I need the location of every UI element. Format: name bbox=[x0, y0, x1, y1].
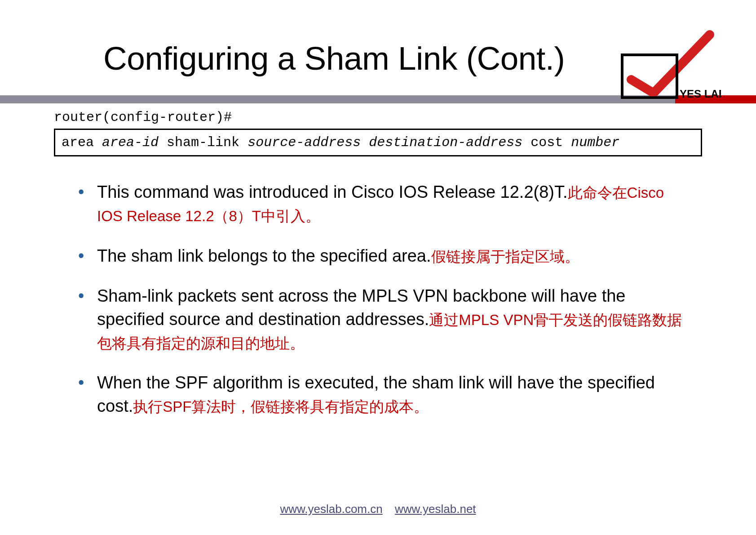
footer: www.yeslab.com.cn www.yeslab.net bbox=[0, 502, 756, 516]
list-item: Sham-link packets sent across the MPLS V… bbox=[97, 285, 684, 354]
cmd-kw-cost: cost bbox=[531, 135, 563, 150]
yeslab-logo: YES LAB bbox=[618, 28, 721, 104]
bullet-zh: 执行SPF算法时，假链接将具有指定的成本。 bbox=[133, 398, 429, 415]
cmd-kw-area: area bbox=[62, 135, 94, 150]
cmd-arg-areaid: area-id bbox=[102, 135, 159, 150]
footer-link-1[interactable]: www.yeslab.com.cn bbox=[280, 502, 382, 516]
page-title: Configuring a Sham Link (Cont.) bbox=[103, 40, 702, 76]
logo-text: YES LAB bbox=[680, 88, 721, 100]
cmd-arg-number: number bbox=[571, 135, 619, 150]
list-item: The sham link belongs to the specified a… bbox=[97, 245, 684, 268]
slide: Configuring a Sham Link (Cont.) YES LAB … bbox=[0, 0, 756, 535]
cli-prompt: router(config-router)# bbox=[54, 110, 756, 125]
bullet-en: This command was introduced in Cisco IOS… bbox=[97, 183, 568, 201]
list-item: When the SPF algorithm is executed, the … bbox=[97, 371, 684, 418]
bullet-list: This command was introduced in Cisco IOS… bbox=[97, 181, 684, 418]
bullet-zh: 假链接属于指定区域。 bbox=[431, 248, 579, 265]
title-area: Configuring a Sham Link (Cont.) YES LAB bbox=[0, 0, 756, 76]
list-item: This command was introduced in Cisco IOS… bbox=[97, 181, 684, 227]
footer-link-2[interactable]: www.yeslab.net bbox=[395, 502, 476, 516]
bar-gray bbox=[0, 95, 675, 103]
cmd-kw-shamlink: sham-link bbox=[167, 135, 239, 150]
command-syntax-box: area area-id sham-link source-address de… bbox=[54, 129, 702, 156]
cmd-arg-src: source-address bbox=[248, 135, 361, 150]
bullet-en: The sham link belongs to the specified a… bbox=[97, 246, 431, 265]
cmd-arg-dst: destination-address bbox=[369, 135, 522, 150]
